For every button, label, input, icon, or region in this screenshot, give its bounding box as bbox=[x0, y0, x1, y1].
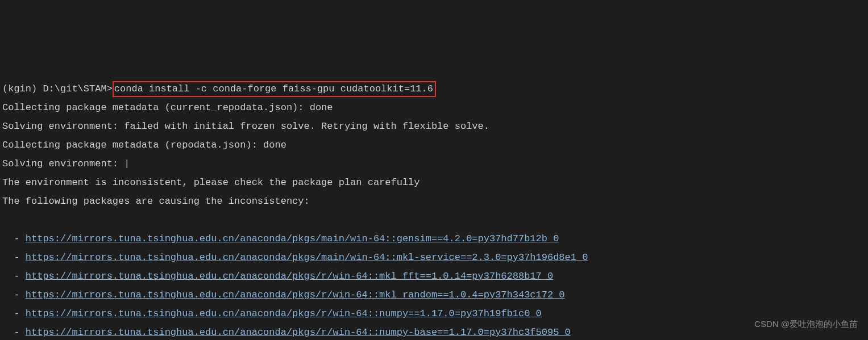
package-item: - https://mirrors.tuna.tsinghua.edu.cn/a… bbox=[2, 304, 866, 323]
command-line: (kgin) D:\git\STAM>conda install -c cond… bbox=[2, 79, 866, 98]
blank-line bbox=[2, 211, 866, 229]
bullet: - bbox=[2, 327, 26, 338]
package-item: - https://mirrors.tuna.tsinghua.edu.cn/a… bbox=[2, 248, 866, 267]
bullet: - bbox=[2, 271, 26, 282]
shell-prompt: (kgin) D:\git\STAM> bbox=[2, 83, 113, 94]
output-line: The following packages are causing the i… bbox=[2, 192, 866, 211]
bullet: - bbox=[2, 308, 26, 319]
command-highlight-box: conda install -c conda-forge faiss-gpu c… bbox=[113, 81, 436, 97]
package-item: - https://mirrors.tuna.tsinghua.edu.cn/a… bbox=[2, 286, 866, 304]
output-line: The environment is inconsistent, please … bbox=[2, 173, 866, 192]
package-link[interactable]: https://mirrors.tuna.tsinghua.edu.cn/ana… bbox=[26, 233, 559, 244]
bullet: - bbox=[2, 233, 26, 244]
package-item: - https://mirrors.tuna.tsinghua.edu.cn/a… bbox=[2, 323, 866, 340]
package-link[interactable]: https://mirrors.tuna.tsinghua.edu.cn/ana… bbox=[26, 252, 588, 263]
output-line: Solving environment: failed with initial… bbox=[2, 117, 866, 136]
package-link[interactable]: https://mirrors.tuna.tsinghua.edu.cn/ana… bbox=[26, 327, 571, 338]
output-line: Collecting package metadata (repodata.js… bbox=[2, 136, 866, 154]
package-item: - https://mirrors.tuna.tsinghua.edu.cn/a… bbox=[2, 229, 866, 248]
bullet: - bbox=[2, 252, 26, 263]
package-item: - https://mirrors.tuna.tsinghua.edu.cn/a… bbox=[2, 267, 866, 286]
output-line: Solving environment: | bbox=[2, 154, 866, 173]
bullet: - bbox=[2, 289, 26, 300]
package-link[interactable]: https://mirrors.tuna.tsinghua.edu.cn/ana… bbox=[26, 271, 553, 282]
package-link[interactable]: https://mirrors.tuna.tsinghua.edu.cn/ana… bbox=[26, 308, 542, 319]
package-link[interactable]: https://mirrors.tuna.tsinghua.edu.cn/ana… bbox=[26, 289, 565, 300]
output-line: Collecting package metadata (current_rep… bbox=[2, 98, 866, 117]
watermark: CSDN @爱吐泡泡的小鱼苗 bbox=[754, 314, 858, 333]
